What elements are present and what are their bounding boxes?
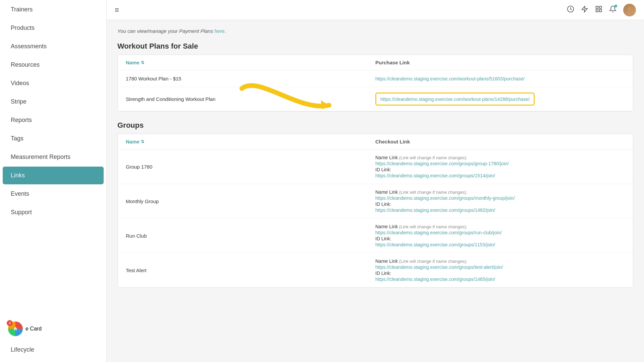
table-row: 1780 Workout Plan - $15 https://cleandem… [118, 70, 633, 87]
sort-icon: ⇅ [141, 139, 144, 144]
group-name-3: Test Alert [126, 267, 375, 273]
bell-icon[interactable] [609, 5, 616, 14]
workout-plan-name-2: Strength and Conditioning Workout Plan [126, 96, 375, 102]
id-link-label-2: ID Link: [375, 236, 625, 241]
groups-table-header: Name ⇅ Checkout Link [118, 134, 633, 149]
checkout-link-column-header: Checkout Link [375, 139, 625, 144]
name-column-header[interactable]: Name ⇅ [126, 60, 375, 65]
checkout-link-cell-2: Name Link (Link will change if name chan… [375, 224, 625, 247]
main-area: ≡ [107, 0, 644, 362]
name-link-label-1: Name Link (Link will change if name chan… [375, 189, 625, 195]
purchase-link-1[interactable]: https://cleandemo.staging.exercise.com/w… [375, 76, 525, 81]
badge-circle: 4 [8, 321, 23, 336]
name-link-label-2: Name Link (Link will change if name chan… [375, 224, 625, 229]
sort-icon: ⇅ [141, 60, 144, 65]
header-right [567, 4, 636, 16]
table-row: Group 1780 Name Link (Link will change i… [118, 149, 633, 184]
name-link-label-3: Name Link (Link will change if name chan… [375, 258, 625, 264]
checkout-link-cell-3: Name Link (Link will change if name chan… [375, 258, 625, 282]
svg-rect-2 [599, 6, 601, 8]
checkout-link-cell-1: Name Link (Link will change if name chan… [375, 189, 625, 213]
id-link-label-1: ID Link: [375, 201, 625, 207]
sidebar-item-resources[interactable]: Resources [3, 56, 104, 74]
id-link-url-2[interactable]: https://cleandemo.staging.exercise.com/g… [375, 242, 625, 247]
badge-count: 4 [7, 320, 13, 326]
groups-name-column-header[interactable]: Name ⇅ [126, 139, 375, 144]
groups-title: Groups [117, 121, 633, 130]
table-row: Run Club Name Link (Link will change if … [118, 219, 633, 253]
profile-card-item[interactable]: 4 e Card [0, 317, 106, 340]
id-link-url-0[interactable]: https://cleandemo.staging.exercise.com/g… [375, 173, 625, 178]
sidebar-item-assessments[interactable]: Assessments [3, 38, 104, 55]
purchase-link-column-header: Purchase Link [375, 60, 625, 65]
sidebar-item-stripe[interactable]: Stripe [3, 93, 104, 111]
id-link-label-3: ID Link: [375, 270, 625, 276]
header: ≡ [107, 0, 644, 20]
name-link-url-1[interactable]: https://cleandemo.staging.exercise.com/g… [375, 195, 625, 201]
id-link-url-3[interactable]: https://cleandemo.staging.exercise.com/g… [375, 277, 625, 282]
table-row: Monthly Group Name Link (Link will chang… [118, 184, 633, 219]
checkout-link-cell-0: Name Link (Link will change if name chan… [375, 155, 625, 178]
group-name-2: Run Club [126, 233, 375, 239]
user-avatar[interactable] [623, 4, 636, 16]
workout-plans-title: Workout Plans for Sale [117, 42, 633, 51]
sidebar-item-links[interactable]: Links [3, 167, 104, 184]
grid-icon[interactable] [595, 5, 602, 14]
history-icon[interactable] [567, 5, 574, 14]
purchase-link-cell-1: https://cleandemo.staging.exercise.com/w… [375, 76, 625, 81]
sidebar-item-trainers[interactable]: Trainers [3, 1, 104, 18]
notification-dot [614, 5, 617, 7]
header-left: ≡ [115, 6, 119, 14]
workout-plan-name-1: 1780 Workout Plan - $15 [126, 76, 375, 81]
svg-rect-1 [596, 6, 598, 8]
sidebar: TrainersProductsAssessmentsResourcesVide… [0, 0, 107, 362]
sidebar-item-support[interactable]: Support [3, 203, 104, 221]
name-link-url-3[interactable]: https://cleandemo.staging.exercise.com/g… [375, 264, 625, 270]
name-link-label-0: Name Link (Link will change if name chan… [375, 155, 625, 160]
svg-point-5 [628, 7, 631, 10]
table-row: Test Alert Name Link (Link will change i… [118, 253, 633, 287]
sidebar-item-lifecycle[interactable]: Lifecycle [3, 341, 104, 359]
id-link-url-1[interactable]: https://cleandemo.staging.exercise.com/g… [375, 207, 625, 213]
svg-rect-3 [596, 10, 598, 12]
name-link-url-2[interactable]: https://cleandemo.staging.exercise.com/g… [375, 230, 625, 235]
sidebar-bottom: 4 e Card Lifecycle [0, 315, 106, 362]
group-name-1: Monthly Group [126, 198, 375, 204]
svg-rect-4 [599, 10, 601, 12]
purchase-link-cell-2-highlighted: https://cleandemo.staging.exercise.com/w… [375, 93, 625, 106]
sidebar-item-products[interactable]: Products [3, 19, 104, 37]
sidebar-item-events[interactable]: Events [3, 185, 104, 203]
hamburger-icon[interactable]: ≡ [115, 6, 119, 14]
name-link-url-0[interactable]: https://cleandemo.staging.exercise.com/g… [375, 161, 625, 166]
sidebar-item-measurement-reports[interactable]: Measurement Reports [3, 148, 104, 166]
groups-table: Name ⇅ Checkout Link Group 1780 Name Lin… [117, 134, 633, 288]
table-row: Strength and Conditioning Workout Plan h… [118, 87, 633, 111]
sidebar-item-videos[interactable]: Videos [3, 74, 104, 92]
group-name-0: Group 1780 [126, 164, 375, 170]
purchase-link-2[interactable]: https://cleandemo.staging.exercise.com/w… [380, 97, 530, 102]
id-link-label-0: ID Link: [375, 167, 625, 172]
workout-table-header: Name ⇅ Purchase Link [118, 55, 633, 70]
sidebar-item-tags[interactable]: Tags [3, 130, 104, 147]
workout-plans-table: Name ⇅ Purchase Link 1780 Workout Plan -… [117, 55, 633, 112]
profile-card-label: e Card [25, 326, 42, 332]
highlighted-purchase-link: https://cleandemo.staging.exercise.com/w… [375, 93, 535, 106]
payment-plans-link[interactable]: here [214, 28, 224, 34]
content-area: You can view/manage your Payment Plans h… [107, 20, 644, 362]
info-paragraph: You can view/manage your Payment Plans h… [117, 28, 633, 34]
bolt-icon[interactable] [581, 5, 588, 14]
sidebar-item-reports[interactable]: Reports [3, 111, 104, 129]
